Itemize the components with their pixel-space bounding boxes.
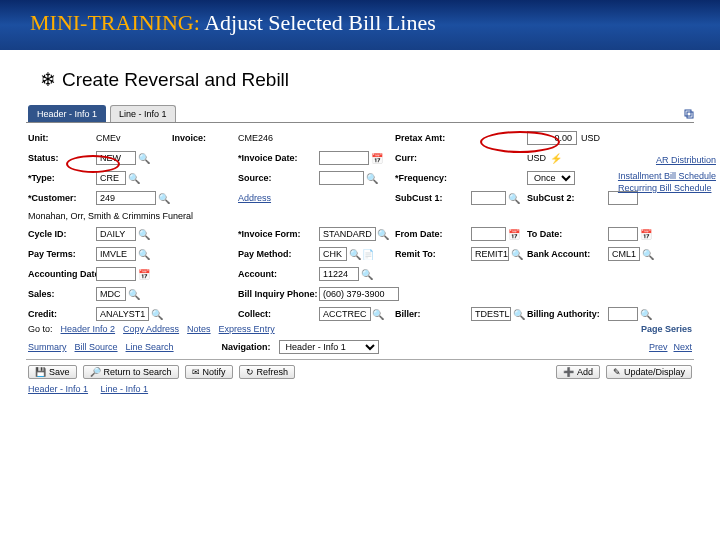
source-input[interactable] [319, 171, 364, 185]
payterms-input[interactable]: IMVLE [96, 247, 136, 261]
installment-link[interactable]: Installment Bill Schedule [618, 171, 716, 181]
recurring-link[interactable]: Recurring Bill Schedule [618, 183, 716, 193]
lookup-icon[interactable]: 🔍 [128, 173, 139, 184]
navigation-select[interactable]: Header - Info 1 [279, 340, 379, 354]
billauth-label: Billing Authority: [527, 309, 602, 319]
header-info2-link[interactable]: Header Info 2 [61, 324, 116, 334]
customer-name: Monahan, Orr, Smith & Crimmins Funeral [28, 211, 389, 221]
curr-value: USD [527, 153, 546, 163]
lookup-icon[interactable]: 🔍 [151, 309, 162, 320]
remitto-input[interactable]: REMIT1 [471, 247, 509, 261]
lookup-icon[interactable]: 🔍 [508, 193, 519, 204]
billauth-input[interactable] [608, 307, 638, 321]
account-input[interactable]: 11224 [319, 267, 359, 281]
ar-distribution-link[interactable]: AR Distribution [618, 155, 716, 165]
next-link[interactable]: Next [673, 342, 692, 352]
navigation-label: Navigation: [222, 342, 271, 352]
type-label: Type: [28, 173, 90, 183]
paymethod-detail-icon[interactable]: 📄 [362, 249, 373, 260]
update-display-button[interactable]: ✎Update/Display [606, 365, 692, 379]
svg-rect-0 [685, 110, 691, 116]
biller-label: Biller: [395, 309, 465, 319]
summary-link[interactable]: Summary [28, 342, 67, 352]
notes-link[interactable]: Notes [187, 324, 211, 334]
lookup-icon[interactable]: 🔍 [128, 289, 139, 300]
billphone-input[interactable]: (060) 379-3900 [319, 287, 399, 301]
bill-source-link[interactable]: Bill Source [75, 342, 118, 352]
divider [26, 359, 694, 360]
lookup-icon[interactable]: 🔍 [511, 249, 522, 260]
save-button[interactable]: 💾Save [28, 365, 77, 379]
tab-line-info-1[interactable]: Line - Info 1 [110, 105, 176, 122]
invoice-form-input[interactable]: STANDARD [319, 227, 376, 241]
bottom-tab-links: Header - Info 1 Line - Info 1 [26, 382, 694, 396]
paymethod-input[interactable]: CHK [319, 247, 347, 261]
notify-button[interactable]: ✉Notify [185, 365, 233, 379]
biller-input[interactable]: TDESTL [471, 307, 511, 321]
express-entry-link[interactable]: Express Entry [219, 324, 275, 334]
calendar-icon[interactable]: 📅 [371, 153, 382, 164]
return-icon: 🔎 [90, 367, 101, 377]
to-date-input[interactable] [608, 227, 638, 241]
subcust1-input[interactable] [471, 191, 506, 205]
goto-row: Go to: Header Info 2 Copy Address Notes … [26, 321, 694, 337]
page-tabs: Header - Info 1 Line - Info 1 [26, 105, 694, 123]
credit-input[interactable]: ANALYST1 [96, 307, 149, 321]
lookup-icon[interactable]: 🔍 [640, 309, 651, 320]
bottom-tab-line[interactable]: Line - Info 1 [101, 384, 149, 394]
frequency-select[interactable]: Once [527, 171, 575, 185]
invoice-date-label: Invoice Date: [238, 153, 313, 163]
acctdate-label: Accounting Date: [28, 269, 90, 279]
lookup-icon[interactable]: 🔍 [361, 269, 372, 280]
calendar-icon[interactable]: 📅 [138, 269, 149, 280]
unit-value: CMEv [96, 133, 166, 143]
address-link[interactable]: Address [238, 193, 271, 203]
billphone-label: Bill Inquiry Phone: [238, 289, 313, 299]
calendar-icon[interactable]: 📅 [640, 229, 651, 240]
tab-header-info-1[interactable]: Header - Info 1 [28, 105, 106, 122]
lookup-icon[interactable]: 🔍 [513, 309, 524, 320]
subhead-text: Create Reversal and Rebill [62, 69, 289, 90]
remitto-label: Remit To: [395, 249, 465, 259]
acctdate-input[interactable] [96, 267, 136, 281]
invoice-date-input[interactable] [319, 151, 369, 165]
page-series-label: Page Series [641, 324, 692, 334]
line-search-link[interactable]: Line Search [126, 342, 174, 352]
refresh-button[interactable]: ↻Refresh [239, 365, 296, 379]
copy-address-link[interactable]: Copy Address [123, 324, 179, 334]
sales-label: Sales: [28, 289, 90, 299]
bottom-tab-header[interactable]: Header - Info 1 [28, 384, 88, 394]
add-button[interactable]: ➕Add [556, 365, 600, 379]
type-input[interactable]: CRE [96, 171, 126, 185]
lookup-icon[interactable]: 🔍 [378, 229, 389, 240]
lookup-icon[interactable]: 🔍 [349, 249, 360, 260]
svg-rect-1 [687, 112, 693, 118]
from-date-input[interactable] [471, 227, 506, 241]
highlight-ring-status [66, 155, 120, 173]
customer-input[interactable]: 249 [96, 191, 156, 205]
calendar-icon[interactable]: 📅 [508, 229, 519, 240]
new-window-icon[interactable] [684, 105, 694, 122]
collect-input[interactable]: ACCTREC [319, 307, 371, 321]
bankacct-input[interactable]: CML1 [608, 247, 640, 261]
currency-detail-icon[interactable]: ⚡ [550, 153, 561, 164]
invoice-label: Invoice: [172, 133, 232, 143]
return-button[interactable]: 🔎Return to Search [83, 365, 179, 379]
lookup-icon[interactable]: 🔍 [373, 309, 384, 320]
to-date-label: To Date: [527, 229, 602, 239]
lookup-icon[interactable]: 🔍 [366, 173, 377, 184]
source-label: Source: [238, 173, 313, 183]
lookup-icon[interactable]: 🔍 [138, 153, 149, 164]
lookup-icon[interactable]: 🔍 [138, 249, 149, 260]
invoice-form-label: Invoice Form: [238, 229, 313, 239]
lookup-icon[interactable]: 🔍 [642, 249, 653, 260]
lookup-icon[interactable]: 🔍 [138, 229, 149, 240]
prev-link[interactable]: Prev [649, 342, 668, 352]
right-link-block: AR Distribution Installment Bill Schedul… [618, 155, 716, 195]
cycle-label: Cycle ID: [28, 229, 90, 239]
cycle-input[interactable]: DAILY [96, 227, 136, 241]
paymethod-label: Pay Method: [238, 249, 313, 259]
pretax-label: Pretax Amt: [395, 133, 465, 143]
lookup-icon[interactable]: 🔍 [158, 193, 169, 204]
sales-input[interactable]: MDC [96, 287, 126, 301]
